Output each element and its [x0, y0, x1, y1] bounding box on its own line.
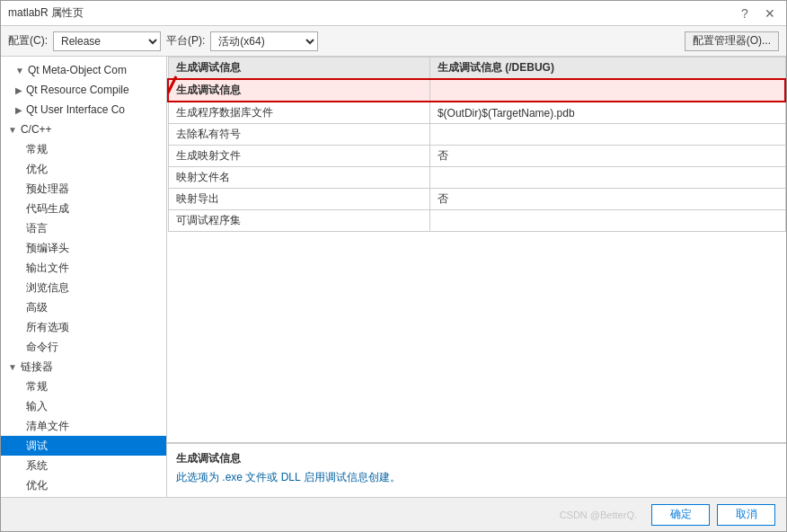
bottom-bar: CSDN @BetterQ. 确定 取消 — [1, 497, 786, 531]
sidebar-item-label: 所有选项 — [26, 320, 69, 335]
sidebar-item-linker-input[interactable]: 输入 — [1, 396, 166, 416]
table-row[interactable]: 映射导出否 — [168, 189, 785, 210]
sidebar-item-cpp-cmdline[interactable]: 命令行 — [1, 337, 166, 357]
window-title: matlabR 属性页 — [8, 5, 84, 21]
table-header-row: 生成调试信息 生成调试信息 (/DEBUG) — [168, 58, 785, 80]
sidebar-item-cpp-output[interactable]: 输出文件 — [1, 258, 166, 278]
sidebar-item-label: 输出文件 — [26, 261, 69, 276]
sidebar-item-linker-general[interactable]: 常规 — [1, 377, 166, 396]
prop-name: 映射导出 — [168, 189, 429, 210]
help-button[interactable]: ? — [736, 5, 754, 22]
prop-value: $(OutDir)$(TargetName).pdb — [429, 102, 785, 124]
close-button[interactable]: ✕ — [761, 5, 779, 22]
sidebar-item-cpp[interactable]: ▼C/C++ — [1, 120, 166, 139]
sidebar-item-label: 代码生成 — [26, 201, 69, 217]
col-header-value: 生成调试信息 (/DEBUG) — [429, 58, 785, 80]
sidebar-item-label: 预编译头 — [26, 241, 69, 256]
sidebar-item-label: 清单文件 — [26, 419, 69, 434]
config-select[interactable]: Release — [53, 31, 161, 51]
title-buttons: ? ✕ — [736, 5, 779, 22]
table-row[interactable]: 映射文件名 — [168, 167, 785, 189]
sidebar-item-linker-optimize[interactable]: 优化 — [1, 475, 166, 495]
prop-name: 生成调试信息 — [168, 79, 429, 102]
table-row[interactable]: 生成调试信息 — [168, 79, 785, 102]
sidebar-item-cpp-precompile[interactable]: 预编译头 — [1, 238, 166, 258]
sidebar-item-cpp-codegen[interactable]: 代码生成 — [1, 199, 166, 218]
ok-button[interactable]: 确定 — [651, 504, 710, 526]
manager-button[interactable]: 配置管理器(O)... — [685, 31, 779, 51]
description-title: 生成调试信息 — [176, 451, 777, 466]
prop-value — [429, 79, 785, 102]
config-label: 配置(C): — [8, 33, 48, 49]
sidebar-item-label: 调试 — [26, 439, 48, 454]
sidebar-item-qt-meta[interactable]: ▼Qt Meta-Object Com — [1, 60, 166, 80]
prop-name: 映射文件名 — [168, 167, 429, 189]
sidebar-item-cpp-general[interactable]: 常规 — [1, 139, 166, 159]
table-row[interactable]: 生成映射文件否 — [168, 146, 785, 167]
props-table: 生成调试信息 生成调试信息 (/DEBUG) 生成调试信息生成程序数据库文件$(… — [167, 57, 786, 232]
sidebar-item-label: Qt Meta-Object Com — [28, 64, 127, 76]
prop-name: 可调试程序集 — [168, 210, 429, 232]
sidebar-item-label: C/C++ — [21, 123, 52, 136]
sidebar-item-label: 系统 — [26, 458, 48, 474]
cancel-button[interactable]: 取消 — [717, 504, 775, 526]
sidebar-item-label: 浏览信息 — [26, 280, 69, 296]
toolbar: 配置(C): Release 平台(P): 活动(x64) 配置管理器(O)..… — [1, 26, 786, 57]
right-panel: 生成调试信息 生成调试信息 (/DEBUG) 生成调试信息生成程序数据库文件$(… — [167, 57, 786, 497]
sidebar-item-label: 预处理器 — [26, 182, 69, 197]
sidebar-item-cpp-optimize[interactable]: 优化 — [1, 159, 166, 179]
sidebar-item-label: 常规 — [26, 142, 48, 157]
prop-name: 生成程序数据库文件 — [168, 102, 429, 124]
sidebar-item-label: 高级 — [26, 300, 48, 315]
sidebar-item-label: 常规 — [26, 379, 48, 395]
sidebar-item-qt-user[interactable]: ▶Qt User Interface Co — [1, 100, 166, 120]
platform-label: 平台(P): — [166, 33, 205, 49]
sidebar-item-cpp-advanced[interactable]: 高级 — [1, 297, 166, 317]
sidebar: ▼Qt Meta-Object Com▶Qt Resource Compile▶… — [1, 57, 167, 497]
main-window: matlabR 属性页 ? ✕ 配置(C): Release 平台(P): 活动… — [0, 0, 787, 532]
sidebar-item-label: 优化 — [26, 478, 48, 493]
sidebar-item-linker-manifest[interactable]: 清单文件 — [1, 416, 166, 436]
collapse-icon: ▼ — [8, 362, 17, 372]
prop-value: 否 — [429, 146, 785, 167]
sidebar-item-label: Qt Resource Compile — [26, 84, 129, 96]
prop-value: 否 — [429, 189, 785, 210]
description-text: 此选项为 .exe 文件或 DLL 启用调试信息创建。 — [176, 470, 777, 485]
prop-name: 生成映射文件 — [168, 146, 429, 167]
expand-icon: ▶ — [15, 105, 22, 115]
prop-value — [429, 124, 785, 146]
sidebar-item-cpp-all[interactable]: 所有选项 — [1, 317, 166, 337]
table-row[interactable]: 可调试程序集 — [168, 210, 785, 232]
platform-select[interactable]: 活动(x64) — [210, 31, 318, 51]
prop-value — [429, 210, 785, 232]
sidebar-item-label: 语言 — [26, 221, 48, 236]
sidebar-item-qt-resource[interactable]: ▶Qt Resource Compile — [1, 80, 166, 100]
main-content: ▼Qt Meta-Object Com▶Qt Resource Compile▶… — [1, 57, 786, 497]
table-row[interactable]: 去除私有符号 — [168, 124, 785, 146]
watermark: CSDN @BetterQ. — [560, 510, 637, 520]
props-table-container: 生成调试信息 生成调试信息 (/DEBUG) 生成调试信息生成程序数据库文件$(… — [167, 57, 786, 443]
prop-value — [429, 167, 785, 189]
description-panel: 生成调试信息 此选项为 .exe 文件或 DLL 启用调试信息创建。 — [167, 443, 786, 497]
sidebar-item-label: 输入 — [26, 399, 48, 414]
sidebar-item-label: 优化 — [26, 162, 48, 177]
title-bar: matlabR 属性页 ? ✕ — [1, 1, 786, 26]
collapse-icon: ▼ — [8, 125, 17, 135]
sidebar-item-label: 链接器 — [21, 359, 53, 375]
sidebar-item-cpp-browse[interactable]: 浏览信息 — [1, 278, 166, 297]
sidebar-item-cpp-preprocess[interactable]: 预处理器 — [1, 179, 166, 199]
collapse-icon: ▼ — [15, 66, 24, 75]
expand-icon: ▶ — [15, 85, 22, 95]
sidebar-item-label: Qt User Interface Co — [26, 103, 125, 116]
table-row[interactable]: 生成程序数据库文件$(OutDir)$(TargetName).pdb — [168, 102, 785, 124]
sidebar-item-label: 命令行 — [26, 340, 58, 355]
col-header-name: 生成调试信息 — [168, 58, 429, 80]
sidebar-item-linker[interactable]: ▼链接器 — [1, 357, 166, 377]
prop-name: 去除私有符号 — [168, 124, 429, 146]
sidebar-item-cpp-lang[interactable]: 语言 — [1, 218, 166, 238]
sidebar-item-linker-debug[interactable]: 调试 — [1, 436, 166, 456]
sidebar-item-linker-system[interactable]: 系统 — [1, 456, 166, 475]
